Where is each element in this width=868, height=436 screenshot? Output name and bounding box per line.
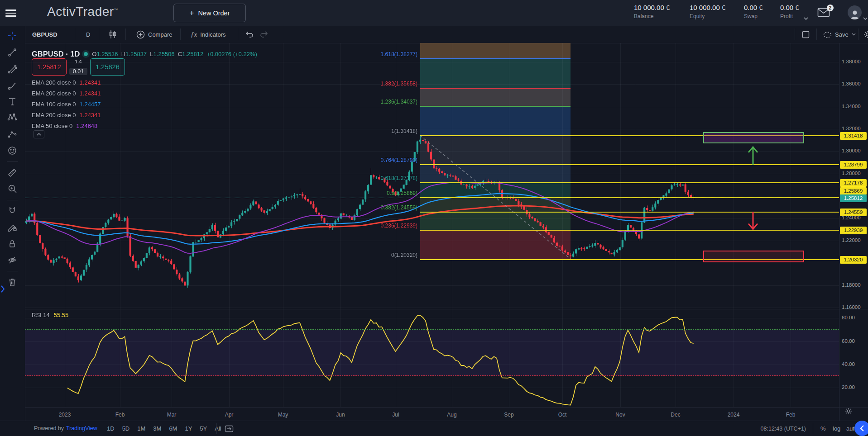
save-chevron-icon <box>852 33 856 36</box>
collapse-panel-button[interactable] <box>854 421 868 436</box>
buy-button[interactable]: 1.25826 <box>90 58 125 76</box>
pane-separator[interactable] <box>25 309 868 309</box>
magnet-tool[interactable] <box>7 206 17 216</box>
watchlist-expand-chevron-icon[interactable] <box>0 285 5 293</box>
chart-type-button[interactable] <box>109 26 117 43</box>
candlestick-icon <box>109 30 117 39</box>
fib-level-label: 0.5(1.25869) <box>295 190 417 196</box>
tradingview-attribution[interactable]: Powered by TradingView <box>34 425 97 431</box>
price-axis-label: 1.38000 <box>842 59 861 64</box>
multichart-layout-icon[interactable] <box>802 31 810 38</box>
time-axis-label: Feb <box>115 412 125 418</box>
xabcd-pattern-icon <box>7 112 17 122</box>
ruler-tool[interactable] <box>7 168 17 178</box>
redo-icon[interactable] <box>259 31 269 38</box>
draw-lock-icon <box>7 223 17 232</box>
balance-stat: 10 000.00 €Balance <box>634 4 670 19</box>
up-arrow-drawing[interactable] <box>747 147 759 165</box>
interval-button[interactable]: D <box>86 26 90 43</box>
ema-legend-row[interactable]: EMA 100 close 01.24457 <box>32 100 101 108</box>
go-to-date-icon[interactable] <box>225 425 234 433</box>
rsi-chart-canvas[interactable] <box>25 309 839 407</box>
account-dropdown-chevron-icon[interactable] <box>804 17 808 20</box>
horizontal-ray-line[interactable] <box>420 212 839 213</box>
axis-separator <box>25 407 868 408</box>
brush-tool[interactable] <box>7 81 17 91</box>
range-5y[interactable]: 5Y <box>200 425 207 432</box>
avatar-dropdown-chevron-icon[interactable] <box>863 17 868 20</box>
horizontal-ray-line[interactable] <box>420 182 839 183</box>
fib-level-line[interactable] <box>420 106 571 107</box>
ema-label: EMA 100 close 0 <box>32 101 76 108</box>
save-button[interactable]: Save <box>823 26 856 43</box>
undo-icon[interactable] <box>245 31 254 38</box>
chart-settings-gear-icon[interactable] <box>863 30 868 38</box>
legend-collapse-button[interactable] <box>34 130 44 138</box>
forecast-tool[interactable] <box>7 129 17 139</box>
legend-symbol[interactable]: GBPUSD · 1D <box>32 50 80 58</box>
price-axis-label: 1.36000 <box>842 81 861 86</box>
ema-value: 1.24648 <box>76 123 97 129</box>
rsi-legend[interactable]: RSI 14 55.55 <box>32 312 68 318</box>
time-axis-label: Oct <box>558 412 567 418</box>
horizontal-ray-line[interactable] <box>420 230 839 231</box>
time-axis-label: Sep <box>504 412 513 418</box>
timezone-settings-gear-icon[interactable] <box>845 408 852 415</box>
eye-off-tool[interactable] <box>7 255 17 265</box>
xabcd-pattern-tool[interactable] <box>7 112 17 122</box>
symbol-search-button[interactable]: GBPUSD <box>32 26 58 43</box>
range-all[interactable]: All <box>215 425 221 432</box>
range-1d[interactable]: 1D <box>107 425 115 432</box>
legend-change: +0.00276 (+0.22%) <box>206 51 257 57</box>
ema-legend-row[interactable]: EMA 200 close 01.24341 <box>32 111 101 119</box>
range-1y[interactable]: 1Y <box>185 425 192 432</box>
text-tool[interactable] <box>7 97 17 107</box>
range-3m[interactable]: 3M <box>153 425 161 432</box>
horizontal-ray-line[interactable] <box>420 164 839 165</box>
ema-legend-row[interactable]: EMA 200 close 01.24341 <box>32 78 101 86</box>
draw-lock-tool[interactable] <box>7 223 17 232</box>
price-axis-border <box>839 43 839 421</box>
magnet-icon <box>7 206 17 216</box>
percent-scale-toggle[interactable]: % <box>820 425 826 432</box>
main-menu-icon[interactable] <box>5 8 16 17</box>
lock-tool[interactable] <box>7 239 17 249</box>
demand-zone-box[interactable] <box>703 251 804 262</box>
lot-size-stepper[interactable]: 0.01 <box>69 68 87 75</box>
clock-display[interactable]: 08:12:43 (UTC+1) <box>752 426 806 432</box>
fib-level-label: 1.382(1.35658) <box>295 81 417 87</box>
trash-tool[interactable] <box>7 277 17 287</box>
ema-label: EMA 200 close 0 <box>32 112 76 118</box>
crosshair-tool[interactable] <box>7 31 17 41</box>
down-arrow-drawing[interactable] <box>747 212 759 229</box>
chart-toolbar: GBPUSD D Compare ƒx Indicators <box>25 26 868 43</box>
indicators-button[interactable]: ƒx Indicators <box>191 26 226 43</box>
time-axis-label: Jul <box>392 412 399 418</box>
ema-legend-row[interactable]: EMA 50 close 01.24648 <box>32 122 97 130</box>
level-price-badge: 1.25869 <box>840 187 867 195</box>
compare-button[interactable]: Compare <box>136 26 172 43</box>
log-scale-toggle[interactable]: log <box>833 425 840 432</box>
zoom-in-tool[interactable] <box>7 184 17 194</box>
new-order-button[interactable]: + New Order <box>173 4 246 22</box>
range-5d[interactable]: 5D <box>122 425 130 432</box>
sell-button[interactable]: 1.25812 <box>32 58 67 76</box>
avatar[interactable] <box>848 5 862 19</box>
supply-zone-box[interactable] <box>703 132 804 143</box>
quote-widget: 1.25812 1.4 0.01 1.25826 <box>32 58 125 76</box>
emoji-tool[interactable] <box>7 146 17 156</box>
time-axis-label: Jun <box>336 412 345 418</box>
price-chart-canvas[interactable] <box>25 43 839 309</box>
fib-level-line[interactable] <box>420 88 571 89</box>
ema-legend-row[interactable]: EMA 200 close 01.24341 <box>32 89 101 97</box>
ruler-icon <box>7 168 17 178</box>
price-axis-label: 1.18000 <box>842 282 861 288</box>
app-logo: ActivTrader™ <box>47 5 118 19</box>
range-1m[interactable]: 1M <box>137 425 145 432</box>
profit-stat: 0.00 €Profit <box>780 4 799 19</box>
ema-label: EMA 200 close 0 <box>32 79 76 86</box>
pitchfork-tool[interactable] <box>7 64 17 74</box>
fib-level-line[interactable] <box>420 58 571 59</box>
range-6m[interactable]: 6M <box>169 425 177 432</box>
trend-line-tool[interactable] <box>7 47 17 57</box>
